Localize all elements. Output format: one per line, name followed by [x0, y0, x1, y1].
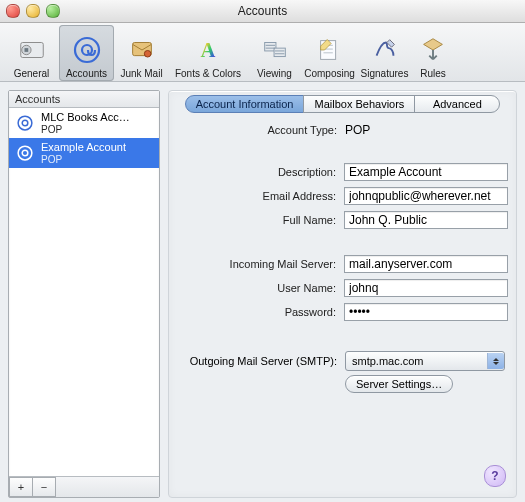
traffic-lights [6, 4, 60, 18]
toolbar-label: Accounts [66, 68, 107, 79]
switch-icon [15, 33, 49, 67]
svg-text:A: A [201, 39, 216, 61]
svg-point-12 [22, 120, 28, 126]
account-type-value: POP [345, 123, 370, 137]
description-input[interactable] [344, 163, 508, 181]
account-type: POP [41, 154, 126, 165]
svg-point-6 [144, 50, 151, 57]
at-icon [15, 113, 35, 133]
toolbar-item-signatures[interactable]: Signatures [357, 25, 412, 81]
email-input[interactable] [344, 187, 508, 205]
compose-icon [313, 33, 347, 67]
tab-mailbox-behaviors[interactable]: Mailbox Behaviors [303, 95, 415, 113]
account-row[interactable]: MLC Books Acc… POP [9, 108, 159, 138]
incoming-label: Incoming Mail Server: [177, 258, 336, 270]
toolbar-label: Rules [420, 68, 446, 79]
fullname-label: Full Name: [177, 214, 336, 226]
toolbar-item-fonts[interactable]: A Fonts & Colors [169, 25, 247, 81]
toolbar-label: Fonts & Colors [175, 68, 241, 79]
toolbar-item-general[interactable]: General [4, 25, 59, 81]
window-title: Accounts [238, 4, 287, 18]
toolbar-item-rules[interactable]: Rules [412, 25, 454, 81]
fullname-input[interactable] [344, 211, 508, 229]
popup-arrows-icon [487, 353, 504, 369]
signature-icon [368, 33, 402, 67]
svg-point-11 [18, 116, 32, 130]
minimize-icon[interactable] [26, 4, 40, 18]
toolbar-label: Signatures [361, 68, 409, 79]
account-name: Example Account [41, 141, 126, 153]
svg-rect-2 [24, 48, 28, 52]
account-row[interactable]: Example Account POP [9, 138, 159, 168]
svg-point-13 [18, 146, 32, 160]
server-settings-button[interactable]: Server Settings… [345, 375, 453, 393]
toolbar-label: General [14, 68, 50, 79]
account-type: POP [41, 124, 130, 135]
password-label: Password: [177, 306, 336, 318]
toolbar-label: Composing [304, 68, 355, 79]
svg-point-14 [22, 150, 28, 156]
toolbar-item-accounts[interactable]: Accounts [59, 25, 114, 81]
zoom-icon[interactable] [46, 4, 60, 18]
rules-icon [416, 33, 450, 67]
smtp-label: Outgoing Mail Server (SMTP): [177, 355, 337, 367]
close-icon[interactable] [6, 4, 20, 18]
username-input[interactable] [344, 279, 508, 297]
toolbar-item-viewing[interactable]: Viewing [247, 25, 302, 81]
help-button[interactable]: ? [484, 465, 506, 487]
description-label: Description: [177, 166, 336, 178]
at-icon [15, 143, 35, 163]
account-name: MLC Books Acc… [41, 111, 130, 123]
window-titlebar: Accounts [0, 0, 525, 23]
add-account-button[interactable]: + [9, 477, 33, 497]
viewing-icon [258, 33, 292, 67]
password-input[interactable] [344, 303, 508, 321]
svg-rect-9 [274, 48, 285, 56]
fonts-icon: A [191, 33, 225, 67]
junk-icon [125, 33, 159, 67]
sidebar-header: Accounts [9, 91, 159, 108]
accounts-sidebar: Accounts MLC Books Acc… POP Example Acco… [8, 90, 160, 498]
accounts-list[interactable]: MLC Books Acc… POP Example Account POP [9, 108, 159, 476]
toolbar-label: Viewing [257, 68, 292, 79]
username-label: User Name: [177, 282, 336, 294]
toolbar-item-composing[interactable]: Composing [302, 25, 357, 81]
smtp-selected-value: smtp.mac.com [346, 355, 487, 367]
email-label: Email Address: [177, 190, 336, 202]
account-type-label: Account Type: [177, 124, 337, 136]
smtp-popup[interactable]: smtp.mac.com [345, 351, 505, 371]
at-icon [70, 33, 104, 67]
incoming-input[interactable] [344, 255, 508, 273]
remove-account-button[interactable]: − [32, 477, 56, 497]
tab-advanced[interactable]: Advanced [414, 95, 500, 113]
toolbar-label: Junk Mail [120, 68, 162, 79]
detail-tabs: Account Information Mailbox Behaviors Ad… [177, 95, 508, 113]
preferences-toolbar: General Accounts Junk Mail A Fonts & Col… [0, 23, 525, 82]
toolbar-item-junk[interactable]: Junk Mail [114, 25, 169, 81]
account-details-panel: Account Information Mailbox Behaviors Ad… [168, 90, 517, 498]
tab-account-info[interactable]: Account Information [185, 95, 305, 113]
